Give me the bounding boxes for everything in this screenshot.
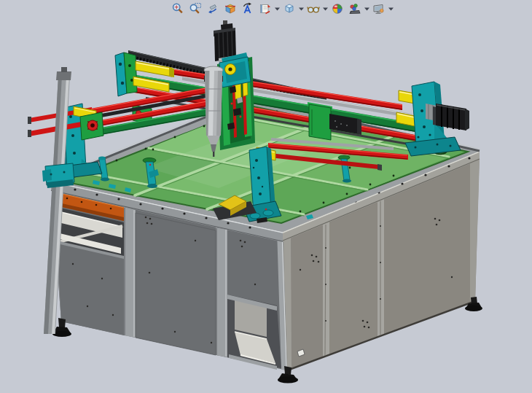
open-compartment-center bbox=[227, 295, 281, 370]
zoom-to-area-icon bbox=[189, 2, 202, 15]
machine-model[interactable] bbox=[0, 0, 532, 393]
zoom-to-fit-button[interactable] bbox=[169, 1, 187, 17]
zoom-to-fit-icon bbox=[171, 2, 184, 15]
hide-show-items-button[interactable] bbox=[305, 1, 322, 17]
previous-view-button[interactable] bbox=[204, 1, 222, 17]
edit-appearance-icon bbox=[331, 2, 344, 15]
apply-scene-icon bbox=[348, 2, 361, 15]
dynamic-annotation-views-icon bbox=[241, 2, 254, 15]
display-style-icon bbox=[283, 2, 296, 15]
display-style-button[interactable] bbox=[281, 1, 298, 17]
hide-show-items-dropdown[interactable] bbox=[322, 1, 329, 17]
heads-up-view-toolbar bbox=[169, 1, 394, 17]
apply-scene-dropdown[interactable] bbox=[364, 1, 370, 17]
view-orientation-button[interactable] bbox=[257, 1, 274, 17]
cad-viewport[interactable] bbox=[0, 0, 532, 393]
dynamic-annotation-views-button[interactable] bbox=[239, 1, 257, 17]
view-orientation-icon bbox=[259, 2, 272, 15]
view-settings-icon bbox=[372, 2, 386, 15]
view-orientation-dropdown[interactable] bbox=[274, 1, 281, 17]
zoom-to-area-button[interactable] bbox=[187, 1, 204, 17]
previous-view-icon bbox=[206, 2, 219, 15]
view-settings-dropdown[interactable] bbox=[388, 1, 394, 17]
section-view-button[interactable] bbox=[222, 1, 239, 17]
display-style-dropdown[interactable] bbox=[298, 1, 305, 17]
view-settings-button[interactable] bbox=[370, 1, 388, 17]
hide-show-items-icon bbox=[307, 2, 320, 15]
apply-scene-button[interactable] bbox=[346, 1, 364, 17]
edit-appearance-button[interactable] bbox=[329, 1, 346, 17]
section-view-icon bbox=[224, 2, 237, 15]
